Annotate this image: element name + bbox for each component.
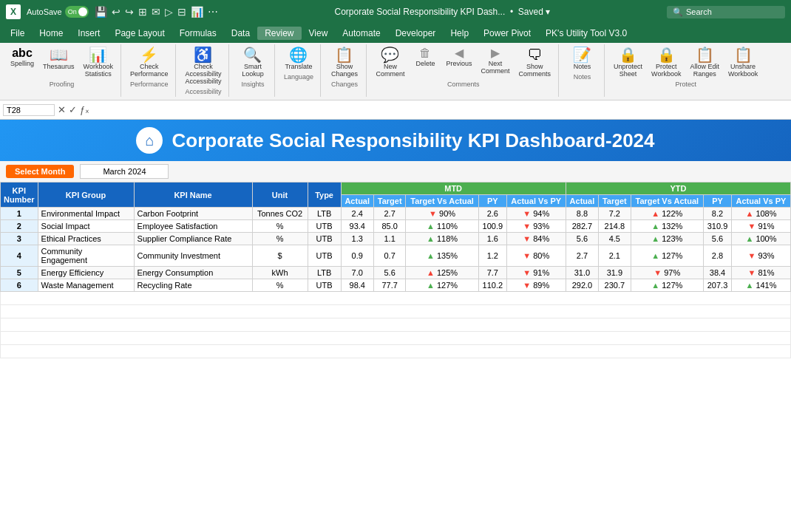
kpi-table-container: KPI Number KPI Group KPI Name Unit Type … [0, 182, 791, 358]
show-comments-label: ShowComments [519, 63, 551, 78]
search-box[interactable]: 🔍 Search [667, 6, 785, 18]
formula-input[interactable] [92, 106, 788, 115]
th-kpi-number: KPI Number [1, 183, 38, 208]
save-icon[interactable]: 💾 [95, 6, 107, 18]
notes-button[interactable]: 📝 Notes [568, 46, 597, 72]
menu-home[interactable]: Home [32, 27, 70, 40]
menu-page-layout[interactable]: Page Layout [107, 27, 172, 40]
previous-comment-button[interactable]: ◀ Previous [443, 46, 475, 79]
cell-ytd-actual-vs-target: ▲ 122% [631, 208, 703, 220]
cell-unit: Tonnes CO2 [252, 208, 308, 220]
table-row: 1 Environmental Impact Carbon Footprint … [1, 208, 791, 220]
cancel-formula-icon[interactable]: ✕ [58, 104, 66, 115]
undo-icon[interactable]: ↩ [112, 6, 120, 18]
cell-type: UTB [308, 245, 341, 267]
redo-icon[interactable]: ↪ [125, 6, 134, 18]
excel-logo: X [6, 4, 21, 19]
protect-workbook-button[interactable]: 🔒 ProtectWorkbook [648, 46, 684, 79]
cell-mtd-actual: 7.0 [341, 267, 373, 279]
macro-icon[interactable]: ▷ [165, 6, 173, 18]
menu-view[interactable]: View [302, 27, 336, 40]
ribbon: abc Spelling 📖 Thesaurus 📊 WorkbookStati… [0, 43, 791, 100]
title-bar: X AutoSave On 💾 ↩ ↪ ⊞ ✉ ▷ ⊟ 📊 ⋯ Corporat… [0, 0, 791, 24]
more-icon[interactable]: ⋯ [208, 6, 218, 18]
cell-mtd-actual: 98.4 [341, 279, 373, 292]
check-accessibility-button[interactable]: ♿ CheckAccessibilityAccessibility [182, 46, 224, 86]
grid-icon[interactable]: ⊟ [177, 6, 186, 18]
menu-power-pivot[interactable]: Power Pivot [476, 27, 538, 40]
show-comments-button[interactable]: 🗨 ShowComments [516, 46, 554, 79]
ribbon-group-accessibility: ♿ CheckAccessibilityAccessibility Access… [177, 44, 229, 97]
dashboard-header: ⌂ Corporate Social Responsibility KPI Da… [0, 120, 791, 161]
new-comment-icon: 💬 [381, 47, 399, 62]
autosave-toggle[interactable]: On [65, 6, 89, 18]
smart-lookup-button[interactable]: 🔍 SmartLookup [238, 46, 268, 79]
cell-kpi-num: 2 [1, 220, 38, 233]
show-changes-icon: 📋 [335, 47, 353, 62]
menu-data[interactable]: Data [224, 27, 257, 40]
menu-review[interactable]: Review [257, 27, 301, 40]
spelling-button[interactable]: abc Spelling [7, 46, 37, 79]
cell-mtd-target: 1.1 [373, 233, 406, 245]
cell-mtd-target: 85.0 [373, 220, 406, 233]
menu-formulas[interactable]: Formulas [172, 27, 224, 40]
table-icon[interactable]: ⊞ [138, 6, 147, 18]
menu-help[interactable]: Help [443, 27, 476, 40]
table-row: 4 Community Engagement Community Investm… [1, 245, 791, 267]
unshare-workbook-label: UnshareWorkbook [728, 63, 758, 78]
cell-kpi-name: Community Investment [134, 245, 252, 267]
select-month-button[interactable]: Select Month [6, 165, 74, 178]
unprotect-sheet-icon: 🔒 [619, 47, 637, 62]
allow-edit-ranges-button[interactable]: 📋 Allow EditRanges [687, 46, 722, 79]
cell-ytd-target: 7.2 [599, 208, 631, 220]
language-label: Language [284, 73, 313, 81]
cell-mtd-actual: 93.4 [341, 220, 373, 233]
th-ytd-actual-vs-target: Target Vs Actual [631, 195, 703, 208]
allow-edit-ranges-label: Allow EditRanges [690, 63, 719, 78]
menu-developer[interactable]: Developer [388, 27, 444, 40]
delete-comment-button[interactable]: 🗑 Delete [410, 46, 440, 79]
bar-chart-icon[interactable]: 📊 [191, 6, 203, 18]
cell-mtd-target: 0.7 [373, 245, 406, 267]
show-changes-button[interactable]: 📋 ShowChanges [328, 46, 361, 79]
cell-mtd-actual: 1.3 [341, 233, 373, 245]
check-performance-button[interactable]: ⚡ CheckPerformance [127, 46, 172, 79]
smart-lookup-label: SmartLookup [242, 63, 264, 78]
cell-kpi-name: Energy Consumption [134, 267, 252, 279]
cell-reference[interactable] [3, 104, 55, 116]
th-mtd-target-vs-actual: Target Vs Actual [406, 195, 478, 208]
insert-function-icon[interactable]: ƒₓ [80, 104, 89, 115]
next-comment-button[interactable]: ▶ NextComment [478, 46, 513, 79]
cell-mtd-actual-vs-py: ▼ 94% [506, 208, 566, 220]
cell-kpi-num: 4 [1, 245, 38, 267]
menu-file[interactable]: File [3, 27, 32, 40]
table-row: 5 Energy Efficiency Energy Consumption k… [1, 267, 791, 279]
email-icon[interactable]: ✉ [152, 6, 160, 18]
cell-mtd-py: 7.7 [478, 267, 506, 279]
translate-button[interactable]: 🌐 Translate [282, 46, 315, 72]
unprotect-sheet-button[interactable]: 🔒 UnprotectSheet [611, 46, 645, 79]
cell-unit: % [252, 220, 308, 233]
cell-mtd-target-vs-actual: ▲ 127% [406, 279, 478, 292]
cell-kpi-group: Community Engagement [38, 245, 134, 267]
new-comment-button[interactable]: 💬 NewComment [373, 46, 407, 79]
spelling-label: Spelling [10, 60, 34, 67]
empty-row [1, 318, 791, 332]
search-placeholder: Search [686, 7, 712, 16]
menu-insert[interactable]: Insert [70, 27, 107, 40]
insights-label: Insights [241, 81, 264, 88]
confirm-formula-icon[interactable]: ✓ [69, 104, 77, 115]
th-kpi-group: KPI Group [38, 183, 134, 208]
autosave-state: On [68, 8, 77, 16]
formula-bar: ✕ ✓ ƒₓ [0, 100, 791, 120]
thesaurus-button[interactable]: 📖 Thesaurus [40, 46, 78, 79]
workbook-statistics-button[interactable]: 📊 WorkbookStatistics [81, 46, 116, 79]
table-row: 3 Ethical Practices Supplier Compliance … [1, 233, 791, 245]
empty-row [1, 292, 791, 305]
cell-ytd-py-vs-actual: ▲ 141% [731, 279, 790, 292]
menu-automate[interactable]: Automate [335, 27, 387, 40]
ribbon-group-protect: 🔒 UnprotectSheet 🔒 ProtectWorkbook 📋 All… [606, 44, 765, 97]
month-display: March 2024 [80, 164, 169, 179]
menu-pk-utility[interactable]: PK's Utility Tool V3.0 [538, 27, 634, 40]
unshare-workbook-button[interactable]: 📋 UnshareWorkbook [725, 46, 761, 79]
